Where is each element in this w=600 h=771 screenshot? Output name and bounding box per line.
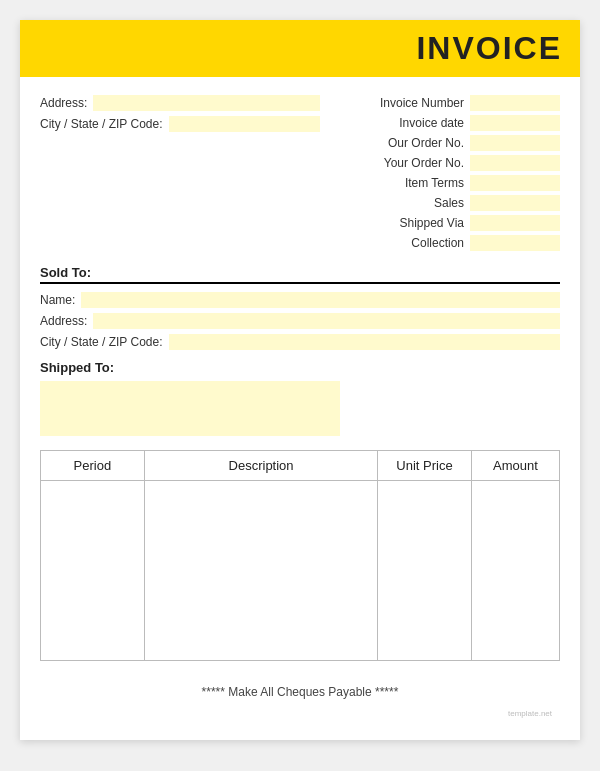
invoice-header: INVOICE — [20, 20, 580, 77]
col-description: Description — [144, 451, 378, 481]
sales-row: Sales — [340, 195, 560, 211]
table-header-row: Period Description Unit Price Amount — [41, 451, 560, 481]
name-input[interactable] — [81, 292, 560, 308]
col-unit-price: Unit Price — [378, 451, 471, 481]
cell-unit-price[interactable] — [378, 481, 471, 661]
invoice-number-label: Invoice Number — [380, 96, 464, 110]
invoice-table: Period Description Unit Price Amount — [40, 450, 560, 661]
right-info-block: Invoice Number Invoice date Our Order No… — [340, 95, 560, 255]
cell-amount[interactable] — [471, 481, 559, 661]
collection-label: Collection — [411, 236, 464, 250]
your-order-label: Your Order No. — [384, 156, 464, 170]
invoice-number-input[interactable] — [470, 95, 560, 111]
your-order-row: Your Order No. — [340, 155, 560, 171]
invoice-content: Address: City / State / ZIP Code: Invoic… — [20, 77, 580, 732]
name-label: Name: — [40, 293, 75, 307]
col-amount: Amount — [471, 451, 559, 481]
address-label: Address: — [40, 96, 87, 110]
our-order-label: Our Order No. — [388, 136, 464, 150]
item-terms-row: Item Terms — [340, 175, 560, 191]
name-row: Name: — [40, 292, 560, 308]
invoice-footer: ***** Make All Cheques Payable ***** — [40, 677, 560, 709]
address2-input[interactable] — [93, 313, 560, 329]
left-address-block: Address: City / State / ZIP Code: — [40, 95, 320, 255]
address-input[interactable] — [93, 95, 320, 111]
cell-period[interactable] — [41, 481, 145, 661]
city-label: City / State / ZIP Code: — [40, 117, 163, 131]
our-order-row: Our Order No. — [340, 135, 560, 151]
cell-description[interactable] — [144, 481, 378, 661]
shipped-to-section: Shipped To: — [40, 360, 560, 436]
invoice-date-input[interactable] — [470, 115, 560, 131]
invoice-page: INVOICE Address: City / State / ZIP Code… — [20, 20, 580, 740]
our-order-input[interactable] — [470, 135, 560, 151]
city2-input[interactable] — [169, 334, 561, 350]
shipped-to-label: Shipped To: — [40, 360, 560, 375]
address2-label: Address: — [40, 314, 87, 328]
shipped-via-input[interactable] — [470, 215, 560, 231]
city-row: City / State / ZIP Code: — [40, 116, 320, 132]
col-period: Period — [41, 451, 145, 481]
sold-to-label: Sold To: — [40, 265, 560, 284]
city-input[interactable] — [169, 116, 321, 132]
collection-row: Collection — [340, 235, 560, 251]
invoice-date-row: Invoice date — [340, 115, 560, 131]
sales-label: Sales — [434, 196, 464, 210]
collection-input[interactable] — [470, 235, 560, 251]
item-terms-input[interactable] — [470, 175, 560, 191]
top-section: Address: City / State / ZIP Code: Invoic… — [40, 95, 560, 255]
invoice-title: INVOICE — [416, 30, 562, 66]
address2-row: Address: — [40, 313, 560, 329]
shipped-via-row: Shipped Via — [340, 215, 560, 231]
shipped-via-label: Shipped Via — [400, 216, 465, 230]
item-terms-label: Item Terms — [405, 176, 464, 190]
sales-input[interactable] — [470, 195, 560, 211]
invoice-date-label: Invoice date — [399, 116, 464, 130]
invoice-number-row: Invoice Number — [340, 95, 560, 111]
footer-text: ***** Make All Cheques Payable ***** — [202, 685, 399, 699]
sold-to-fields: Name: Address: City / State / ZIP Code: — [40, 292, 560, 350]
your-order-input[interactable] — [470, 155, 560, 171]
city2-label: City / State / ZIP Code: — [40, 335, 163, 349]
shipped-to-box[interactable] — [40, 381, 340, 436]
sold-to-section: Sold To: — [40, 265, 560, 284]
table-row — [41, 481, 560, 661]
city2-row: City / State / ZIP Code: — [40, 334, 560, 350]
address-row: Address: — [40, 95, 320, 111]
watermark: template.net — [40, 709, 560, 722]
